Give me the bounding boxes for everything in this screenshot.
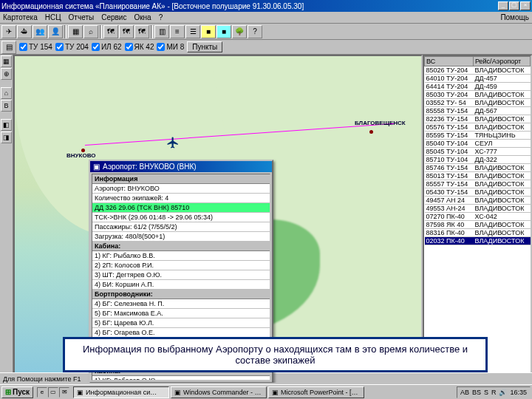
popup-row[interactable]: 4) БИ: Коршин А.П. (92, 280, 270, 290)
table-row[interactable]: 88316 ПК-40ВЛАДИВОСТОК (425, 229, 531, 237)
table-row[interactable]: 05430 ТУ-154ВЛАДИВОСТОК (425, 188, 531, 197)
table-row[interactable]: 82236 ТУ-154ВЛАДИВОСТОК (425, 115, 531, 123)
ql-icon-1[interactable]: e (37, 387, 47, 398)
popup-row[interactable]: ТСК->ВНК (29.06 01:48 -> 29.06 05:34) (92, 213, 270, 222)
table-row[interactable]: 85558 ТУ-154ДД-567 (425, 107, 531, 115)
table-row[interactable]: 49553 АН-24ВЛАДИВОСТОК (425, 205, 531, 213)
col-vc[interactable]: ВС (425, 57, 474, 66)
table-row[interactable]: 85030 ТУ-204ВЛАДИВОСТОК (425, 91, 531, 99)
filter-left-icon[interactable]: ▤ (1, 41, 16, 54)
popup-row[interactable]: Загрузка: 480/8(500+1) (92, 232, 270, 242)
side-btn-4[interactable]: ◧ (1, 119, 12, 131)
taskbar-task[interactable]: ▣Microsoft PowerPoint - [… (268, 386, 364, 398)
col-route[interactable]: Рейс/Аэропорт (473, 57, 530, 66)
tray-ind-1[interactable]: S (484, 389, 488, 396)
table-row[interactable]: 64414 ТУ-204ДД-459 (425, 83, 531, 91)
tb-list-icon[interactable]: ≡ (170, 25, 185, 38)
popup-row[interactable]: 3) ШТ: Дегтярев О.Ю. (92, 270, 270, 280)
table-row[interactable]: 03552 ТУ- 54ВЛАДИВОСТОК (425, 99, 531, 107)
tray-ind-0[interactable]: BS (472, 389, 481, 396)
tb-ship-icon[interactable]: ⛴ (17, 25, 32, 38)
tray-ind-2[interactable]: R (491, 389, 497, 396)
taskbar-task[interactable]: ▣Информационная си… (73, 386, 169, 398)
popup-row[interactable]: 2) 2П: Колосов Р.И. (92, 261, 270, 270)
table-row[interactable]: 85710 ТУ-104ДД-322 (425, 156, 531, 164)
tray-volume-icon[interactable]: 🔊 (499, 389, 507, 396)
ql-icon-2[interactable]: ▭ (48, 387, 58, 398)
city-marker-blagoveshchensk[interactable] (369, 130, 373, 134)
popup-row[interactable]: ДД 326 29.06 (ТСК ВНК) 85710 (92, 203, 270, 213)
tb-grid-icon[interactable]: ▦ (68, 25, 83, 38)
tray-lang[interactable]: АВ (460, 389, 469, 396)
filter-mi8[interactable]: МИ 8 (157, 43, 184, 51)
table-row[interactable]: 85045 ТУ-104ХС-777 (425, 148, 531, 156)
popup-row[interactable]: 5) БГ: Царева Ю.Л. (92, 318, 270, 328)
tb-map2-icon[interactable]: 🗺 (119, 25, 134, 38)
table-row[interactable]: 85746 ТУ-154ВЛАДИВОСТОК (425, 164, 531, 172)
side-btn-2[interactable]: ⌂ (1, 87, 12, 99)
menu-service[interactable]: Сервис (101, 13, 126, 21)
ql-icon-3[interactable]: ✉ (59, 387, 69, 398)
start-button[interactable]: ⊞ Пуск (1, 386, 33, 398)
table-row[interactable]: 85040 ТУ-104СЕУЛ (425, 140, 531, 148)
popup-row[interactable]: Количество экипажей: 4 (92, 194, 270, 203)
menu-nsc[interactable]: НСЦ (45, 13, 61, 21)
popup-titlebar[interactable]: ▣ Аэропорт: ВНУКОВО (ВНК) (90, 161, 272, 172)
popup-row[interactable]: 1) КГ: Лебедев О.Ю. (92, 376, 270, 381)
table-row[interactable]: 02032 ПК-40ВЛАДИВОСТОК (425, 237, 531, 245)
side-btn-5[interactable]: ◨ (1, 132, 12, 143)
popup-row[interactable]: 4) БГ: Селезнева Н. П. (92, 299, 270, 309)
table-row[interactable]: 87598 ЯК 40ВЛАДИВОСТОК (425, 221, 531, 229)
table-row[interactable]: 64010 ТУ-204ДД-457 (425, 75, 531, 83)
popup-row[interactable]: 1) КГ: Рыбалко В.В. (92, 251, 270, 261)
menu-right-help[interactable]: Помощь (500, 13, 529, 21)
tb-chart-icon[interactable]: ▥ (154, 25, 169, 38)
map-pane[interactable]: ВНУКОВО БЛАГОВЕЩЕНСК ▣ Аэропорт: ВНУКОВО… (13, 55, 423, 384)
tb-users-icon[interactable]: 👥 (33, 25, 47, 38)
tb-query-icon[interactable]: ⌕ (83, 25, 98, 38)
plane-icon[interactable] (166, 136, 180, 149)
side-btn-1[interactable]: ⊕ (1, 68, 12, 80)
menu-reports[interactable]: Отчеты (69, 13, 95, 21)
tb-nav-icon[interactable]: ✈ (1, 25, 16, 38)
table-row[interactable]: 85557 ТУ-154ВЛАДИВОСТОК (425, 180, 531, 188)
side-btn-3[interactable]: B (1, 100, 12, 112)
tb-layers-icon[interactable]: ☰ (185, 25, 200, 38)
system-tray[interactable]: АВ BS S R 🔊 16:35 (457, 386, 531, 398)
maximize-button[interactable]: ▢ (509, 1, 519, 10)
filter-yak42[interactable]: ЯК 42 (125, 43, 154, 51)
table-row[interactable]: 85026 ТУ-204ВЛАДИВОСТОК (425, 66, 531, 75)
flights-table-pane[interactable]: ВС Рейс/Аэропорт 85026 ТУ-204ВЛАДИВОСТОК… (423, 55, 532, 384)
task-icon: ▣ (174, 389, 181, 396)
tb-tree-icon[interactable]: 🌳 (232, 25, 247, 38)
table-row[interactable]: 07270 ПК-40ХС-042 (425, 213, 531, 221)
tb-user-icon[interactable]: 👤 (48, 25, 63, 38)
menu-help[interactable]: ? (159, 13, 163, 21)
filter-tu154[interactable]: ТУ 154 (19, 43, 52, 51)
tray-clock[interactable]: 16:35 (510, 389, 527, 396)
popup-row[interactable]: Пассажиры: 61/2 (7/55/5/2) (92, 222, 270, 232)
menu-windows[interactable]: Окна (134, 13, 151, 21)
minimize-button[interactable]: _ (498, 1, 508, 10)
task-icon: ▣ (272, 389, 279, 396)
table-row[interactable]: 05576 ТУ-154ВЛАДИВОСТОК (425, 123, 531, 132)
tb-map1-icon[interactable]: 🗺 (103, 25, 118, 38)
popup-row[interactable]: Аэропорт: ВНУКОВО (92, 184, 270, 194)
filter-il62[interactable]: ИЛ 62 (92, 43, 122, 51)
punkty-button[interactable]: Пункты (187, 41, 222, 52)
tb-color-icon[interactable]: ■ (201, 25, 216, 38)
menu-kartoteka[interactable]: Картотека (3, 13, 38, 21)
table-row[interactable]: 85595 ТУ-154ТЯНЬЦЗИНЬ (425, 132, 531, 140)
taskbar-task[interactable]: ▣Windows Commander - … (171, 386, 267, 398)
popup-row[interactable]: 5) БГ: Максимова Е.А. (92, 309, 270, 318)
table-row[interactable]: 85013 ТУ-154ВЛАДИВОСТОК (425, 172, 531, 180)
tb-map3-icon[interactable]: 🗺 (134, 25, 149, 38)
popup-control-icon[interactable]: ▣ (92, 163, 100, 171)
tb-color2-icon[interactable]: ■ (216, 25, 231, 38)
side-toolbar: ▦ ⊕ ⌂ B ◧ ◨ (0, 55, 13, 384)
table-row[interactable]: 49457 АН 24ВЛАДИВОСТОК (425, 197, 531, 205)
close-button[interactable]: × (520, 1, 531, 10)
side-btn-0[interactable]: ▦ (1, 55, 12, 67)
filter-tu204[interactable]: ТУ 204 (55, 43, 89, 51)
tb-help-icon[interactable]: ? (248, 25, 262, 38)
